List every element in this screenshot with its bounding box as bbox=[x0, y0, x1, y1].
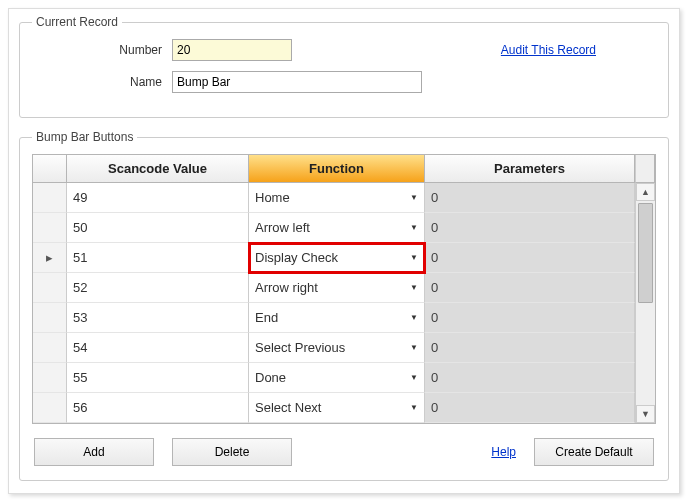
chevron-down-icon[interactable]: ▼ bbox=[406, 279, 422, 297]
table-row[interactable]: ▸51Display Check▼0 bbox=[33, 243, 635, 273]
name-input[interactable] bbox=[172, 71, 422, 93]
row-indicator bbox=[33, 333, 67, 363]
vertical-scrollbar[interactable]: ▲ ▼ bbox=[635, 183, 655, 423]
function-value: Done bbox=[255, 370, 286, 385]
grid-header: Scancode Value Function Parameters bbox=[33, 155, 655, 183]
current-record-group: Current Record Number Audit This Record … bbox=[19, 15, 669, 118]
row-indicator bbox=[33, 273, 67, 303]
function-value: Home bbox=[255, 190, 290, 205]
parameters-cell[interactable]: 0 bbox=[425, 363, 635, 393]
function-cell[interactable]: Home▼ bbox=[249, 183, 425, 213]
help-link[interactable]: Help bbox=[491, 445, 516, 459]
function-cell[interactable]: End▼ bbox=[249, 303, 425, 333]
table-row[interactable]: 49Home▼0 bbox=[33, 183, 635, 213]
header-parameters[interactable]: Parameters bbox=[425, 155, 635, 183]
audit-link[interactable]: Audit This Record bbox=[501, 43, 596, 57]
header-rowhandle bbox=[33, 155, 67, 183]
create-default-button[interactable]: Create Default bbox=[534, 438, 654, 466]
function-value: End bbox=[255, 310, 278, 325]
row-indicator bbox=[33, 303, 67, 333]
grid-rows: 49Home▼050Arrow left▼0▸51Display Check▼0… bbox=[33, 183, 635, 423]
chevron-down-icon[interactable]: ▼ bbox=[406, 249, 422, 267]
parameters-cell[interactable]: 0 bbox=[425, 303, 635, 333]
function-value: Select Next bbox=[255, 400, 321, 415]
scroll-down-arrow[interactable]: ▼ bbox=[636, 405, 655, 423]
scancode-cell[interactable]: 51 bbox=[67, 243, 249, 273]
scancode-cell[interactable]: 52 bbox=[67, 273, 249, 303]
table-row[interactable]: 54Select Previous▼0 bbox=[33, 333, 635, 363]
header-function[interactable]: Function bbox=[249, 155, 425, 183]
row-indicator bbox=[33, 363, 67, 393]
window-frame: Current Record Number Audit This Record … bbox=[8, 8, 680, 494]
scroll-thumb[interactable] bbox=[638, 203, 653, 303]
header-scancode[interactable]: Scancode Value bbox=[67, 155, 249, 183]
function-value: Select Previous bbox=[255, 340, 345, 355]
function-cell[interactable]: Arrow left▼ bbox=[249, 213, 425, 243]
row-indicator bbox=[33, 183, 67, 213]
chevron-down-icon[interactable]: ▼ bbox=[406, 219, 422, 237]
scancode-cell[interactable]: 56 bbox=[67, 393, 249, 423]
chevron-down-icon[interactable]: ▼ bbox=[406, 369, 422, 387]
scancode-cell[interactable]: 50 bbox=[67, 213, 249, 243]
buttons-grid: Scancode Value Function Parameters 49Hom… bbox=[32, 154, 656, 424]
function-cell[interactable]: Select Next▼ bbox=[249, 393, 425, 423]
parameters-cell[interactable]: 0 bbox=[425, 243, 635, 273]
row-indicator: ▸ bbox=[33, 243, 67, 273]
parameters-cell[interactable]: 0 bbox=[425, 273, 635, 303]
number-label: Number bbox=[32, 43, 172, 57]
bump-bar-legend: Bump Bar Buttons bbox=[32, 130, 137, 144]
scancode-cell[interactable]: 54 bbox=[67, 333, 249, 363]
add-button[interactable]: Add bbox=[34, 438, 154, 466]
chevron-down-icon[interactable]: ▼ bbox=[406, 399, 422, 417]
scancode-cell[interactable]: 55 bbox=[67, 363, 249, 393]
function-value: Arrow right bbox=[255, 280, 318, 295]
parameters-cell[interactable]: 0 bbox=[425, 183, 635, 213]
table-row[interactable]: 50Arrow left▼0 bbox=[33, 213, 635, 243]
name-label: Name bbox=[32, 75, 172, 89]
parameters-cell[interactable]: 0 bbox=[425, 393, 635, 423]
current-record-legend: Current Record bbox=[32, 15, 122, 29]
chevron-down-icon[interactable]: ▼ bbox=[406, 309, 422, 327]
row-indicator bbox=[33, 213, 67, 243]
delete-button[interactable]: Delete bbox=[172, 438, 292, 466]
chevron-down-icon[interactable]: ▼ bbox=[406, 189, 422, 207]
function-value: Display Check bbox=[255, 250, 338, 265]
number-input[interactable] bbox=[172, 39, 292, 61]
row-indicator bbox=[33, 393, 67, 423]
function-cell[interactable]: Select Previous▼ bbox=[249, 333, 425, 363]
actions-row: Add Delete Help Create Default bbox=[32, 438, 656, 466]
scancode-cell[interactable]: 49 bbox=[67, 183, 249, 213]
table-row[interactable]: 52Arrow right▼0 bbox=[33, 273, 635, 303]
table-row[interactable]: 55Done▼0 bbox=[33, 363, 635, 393]
table-row[interactable]: 56Select Next▼0 bbox=[33, 393, 635, 423]
scroll-up-arrow[interactable]: ▲ bbox=[636, 183, 655, 201]
function-cell[interactable]: Done▼ bbox=[249, 363, 425, 393]
header-scroll-spacer bbox=[635, 155, 655, 183]
bump-bar-group: Bump Bar Buttons Scancode Value Function… bbox=[19, 130, 669, 481]
parameters-cell[interactable]: 0 bbox=[425, 333, 635, 363]
parameters-cell[interactable]: 0 bbox=[425, 213, 635, 243]
chevron-down-icon[interactable]: ▼ bbox=[406, 339, 422, 357]
function-value: Arrow left bbox=[255, 220, 310, 235]
function-cell[interactable]: Display Check▼ bbox=[249, 243, 425, 273]
function-cell[interactable]: Arrow right▼ bbox=[249, 273, 425, 303]
table-row[interactable]: 53End▼0 bbox=[33, 303, 635, 333]
scancode-cell[interactable]: 53 bbox=[67, 303, 249, 333]
